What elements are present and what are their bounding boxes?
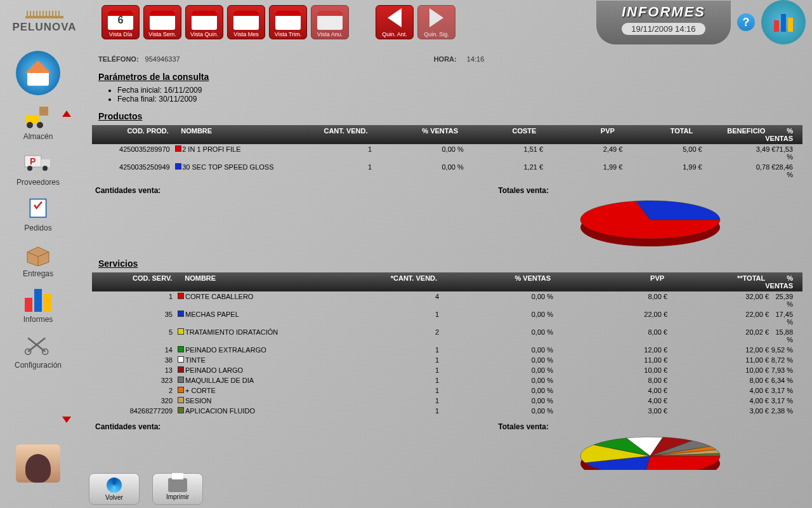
calendar-year-icon — [317, 11, 343, 30]
svg-rect-5 — [39, 11, 41, 17]
arrow-left-icon — [388, 8, 402, 27]
svg-rect-9 — [52, 11, 53, 17]
productos-pie-chart — [574, 198, 726, 249]
printer-icon — [168, 478, 187, 492]
table-row: 35MECHAS PAPEL10,00 %22,00 €22,00 €17,45… — [92, 309, 802, 327]
svg-rect-1 — [27, 11, 28, 17]
view-day-button[interactable]: 6Vista Día — [102, 5, 140, 39]
next-period-button[interactable]: Quin. Sig. — [417, 5, 455, 39]
calendar-quarter-icon — [275, 11, 301, 30]
datetime-display: 19/11/2009 14:16 — [622, 23, 705, 35]
table-row: 2+ CORTE10,00 %4,00 €4,00 €3,17 % — [92, 385, 802, 396]
table-row: 425003525094930 SEC TOP SPEED GLOSS10,00… — [92, 162, 802, 180]
svg-rect-11 — [58, 11, 60, 17]
truck-icon: P — [19, 146, 57, 178]
svg-point-15 — [37, 122, 43, 128]
param-end: Fecha final: 30/11/2009 — [117, 95, 802, 104]
svg-rect-12 — [25, 115, 39, 124]
servicios-title: Servicios — [98, 258, 802, 269]
header-title-box: INFORMES 19/11/2009 14:16 — [596, 1, 731, 44]
view-year-button[interactable]: Vista Anu. — [311, 5, 349, 39]
svg-rect-7 — [46, 11, 47, 17]
svg-rect-10 — [55, 11, 56, 17]
back-icon — [107, 478, 122, 493]
forklift-icon — [19, 100, 57, 132]
svg-point-19 — [27, 166, 32, 171]
sidebar-almacen[interactable]: Almacén — [19, 100, 57, 141]
calendar-week-icon — [150, 11, 175, 30]
svg-point-14 — [27, 122, 33, 128]
param-start: Fecha inicial: 16/11/2009 — [117, 86, 802, 95]
back-button[interactable]: Volver — [89, 473, 140, 505]
bar-chart-icon — [774, 13, 793, 32]
table-row: 42500352899702 IN 1 PROFI FILE10,00 %1,5… — [92, 144, 802, 162]
servicios-pie-chart — [574, 434, 726, 470]
svg-rect-6 — [43, 11, 44, 17]
sidebar-pedidos[interactable]: Pedidos — [19, 192, 57, 232]
box-icon — [19, 237, 57, 269]
sidebar-configuracion[interactable]: Configuración — [15, 329, 62, 370]
page-title: INFORMES — [622, 4, 705, 20]
calendar-month-icon — [233, 11, 259, 30]
sidebar-home[interactable] — [16, 51, 60, 95]
view-week-button[interactable]: Vista Sem. — [143, 5, 181, 39]
arrow-right-icon — [429, 8, 443, 27]
svg-rect-8 — [49, 11, 50, 17]
help-button[interactable]: ? — [737, 13, 755, 31]
table-row: 320SESION10,00 %4,00 €4,00 €3,17 % — [92, 396, 802, 406]
productos-title: Productos — [98, 111, 802, 121]
sidebar-proveedores[interactable]: P Proveedores — [16, 146, 60, 187]
app-logo: PELUNOVA — [0, 3, 89, 41]
user-avatar[interactable] — [16, 444, 60, 483]
prev-period-button[interactable]: Quin. Ant. — [376, 5, 414, 39]
comb-icon — [25, 11, 63, 20]
svg-rect-3 — [33, 11, 34, 17]
table-row: 5TRATAMIENTO IDRATACIÓN20,00 %8,00 €20,0… — [92, 327, 802, 345]
table-row: 1CORTE CABALLERO40,00 %8,00 €32,00 €25,3… — [92, 291, 802, 309]
table-row: 84268277209APLICACION FLUIDO10,00 %3,00 … — [92, 406, 802, 416]
clipboard-icon — [19, 192, 57, 224]
table-row: 14PEINADO EXTRALARGO10,00 %12,00 €12,00 … — [92, 345, 802, 355]
table-row: 13PEINADO LARGO10,00 %10,00 €10,00 €7,93… — [92, 365, 802, 375]
info-telefono: TELÉFONO:954946337 HORA: 14:16 — [92, 54, 802, 64]
sidebar-informes[interactable]: Informes — [19, 283, 57, 324]
table-row: 323MAQUILLAJE DE DIA10,00 %8,00 €8,00 €6… — [92, 375, 802, 385]
prod-sub-right: Totales venta: — [498, 186, 549, 195]
view-month-button[interactable]: Vista Mes — [227, 5, 265, 39]
svg-text:P: P — [30, 156, 36, 166]
svg-rect-13 — [39, 107, 48, 116]
productos-header: COD. PROD.NOMBRECANT. VEND.% VENTASCOSTE… — [92, 125, 802, 144]
calendar-biweek-icon — [192, 11, 217, 30]
report-content[interactable]: TELÉFONO:954946337 HORA: 14:16 Parámetro… — [89, 51, 806, 470]
servicios-header: COD. SERV.NOMBRE*CANT. VEND.% VENTASPVP*… — [92, 272, 802, 291]
params-title: Parámetros de la consulta — [98, 72, 802, 82]
svg-rect-4 — [36, 11, 37, 17]
svg-rect-2 — [30, 11, 31, 17]
sidebar-scroll-up[interactable] — [62, 110, 71, 117]
sidebar-entregas[interactable]: Entregas — [19, 237, 57, 278]
serv-sub-left: Cantidades venta: — [95, 422, 160, 431]
scissors-icon — [19, 329, 57, 361]
view-biweek-button[interactable]: Vista Quin. — [185, 5, 223, 39]
print-button[interactable]: Imprimir — [152, 473, 203, 505]
home-icon — [22, 60, 54, 86]
calendar-day-icon: 6 — [108, 11, 133, 30]
serv-sub-right: Totales venta: — [498, 422, 549, 431]
table-row: 38TINTE10,00 %11,00 €11,00 €8,72 % — [92, 355, 802, 365]
svg-point-20 — [43, 166, 48, 171]
bar-chart-icon — [25, 286, 51, 312]
svg-rect-21 — [30, 199, 46, 218]
sidebar-scroll-down[interactable] — [62, 417, 71, 423]
prod-sub-left: Cantidades venta: — [95, 186, 160, 195]
view-quarter-button[interactable]: Vista Trim. — [269, 5, 307, 39]
module-icon — [761, 0, 806, 44]
